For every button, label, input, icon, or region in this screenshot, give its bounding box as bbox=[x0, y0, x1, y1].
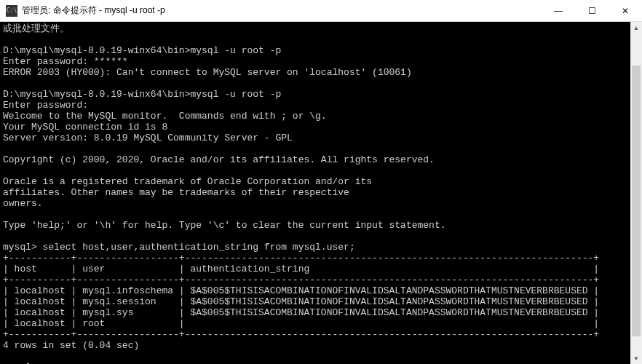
window-title: 管理员: 命令提示符 - mysql -u root -p bbox=[22, 4, 542, 17]
scroll-thumb[interactable] bbox=[632, 66, 641, 336]
terminal-line: +-----------+------------------+--------… bbox=[3, 253, 639, 264]
terminal-line: | host | user | authentication_string | bbox=[3, 264, 639, 274]
terminal-line: 或批处理文件。 bbox=[3, 23, 639, 34]
terminal-line: Oracle is a registered trademark of Orac… bbox=[3, 176, 639, 187]
terminal-line bbox=[3, 231, 639, 242]
terminal-line: ERROR 2003 (HY000): Can't connect to MyS… bbox=[3, 67, 639, 78]
scroll-down-arrow[interactable]: ▼ bbox=[630, 352, 642, 364]
vertical-scrollbar[interactable]: ▲ ▼ bbox=[630, 22, 642, 364]
terminal-line: | localhost | mysql.session | $A$005$THI… bbox=[3, 296, 639, 307]
terminal-line: D:\mysql\mysql-8.0.19-winx64\bin>mysql -… bbox=[3, 89, 639, 100]
terminal-line bbox=[3, 209, 639, 220]
terminal-output[interactable]: 或批处理文件。 D:\mysql\mysql-8.0.19-winx64\bin… bbox=[0, 22, 642, 364]
scroll-up-arrow[interactable]: ▲ bbox=[630, 22, 642, 33]
terminal-line: +-----------+------------------+--------… bbox=[3, 329, 639, 340]
scroll-track[interactable] bbox=[630, 33, 642, 352]
terminal-line: Enter password: ****** bbox=[3, 56, 639, 67]
terminal-line: | localhost | mysql.sys | $A$005$THISISA… bbox=[3, 307, 639, 318]
terminal-line: | localhost | root | | bbox=[3, 318, 639, 329]
minimize-button[interactable]: — bbox=[542, 0, 575, 22]
terminal-line: 4 rows in set (0.04 sec) bbox=[3, 340, 639, 351]
terminal-line: affiliates. Other names may be trademark… bbox=[3, 187, 639, 198]
terminal-line bbox=[3, 351, 639, 362]
maximize-button[interactable]: ☐ bbox=[575, 0, 609, 22]
terminal-line: Type 'help;' or '\h' for help. Type '\c'… bbox=[3, 220, 639, 231]
terminal-line: +-----------+------------------+--------… bbox=[3, 274, 639, 285]
terminal-line: D:\mysql\mysql-8.0.19-winx64\bin>mysql -… bbox=[3, 45, 639, 56]
terminal-line: | localhost | mysql.infoschema | $A$005$… bbox=[3, 285, 639, 296]
terminal-line: Your MySQL connection id is 8 bbox=[3, 122, 639, 132]
terminal-line: Enter password: bbox=[3, 100, 639, 111]
terminal-line: mysql> select host,user,authentication_s… bbox=[3, 242, 639, 253]
terminal-line bbox=[3, 34, 639, 45]
window-titlebar: C:\ 管理员: 命令提示符 - mysql -u root -p — ☐ ✕ bbox=[0, 0, 642, 22]
cmd-icon: C:\ bbox=[6, 5, 17, 17]
terminal-line: owners. bbox=[3, 198, 639, 209]
terminal-line bbox=[3, 165, 639, 176]
terminal-line bbox=[3, 78, 639, 89]
terminal-line bbox=[3, 143, 639, 154]
terminal-line: Server version: 8.0.19 MySQL Community S… bbox=[3, 132, 639, 143]
terminal-line: Welcome to the MySQL monitor. Commands e… bbox=[3, 111, 639, 122]
close-button[interactable]: ✕ bbox=[609, 0, 642, 22]
terminal-line: Copyright (c) 2000, 2020, Oracle and/or … bbox=[3, 154, 639, 165]
